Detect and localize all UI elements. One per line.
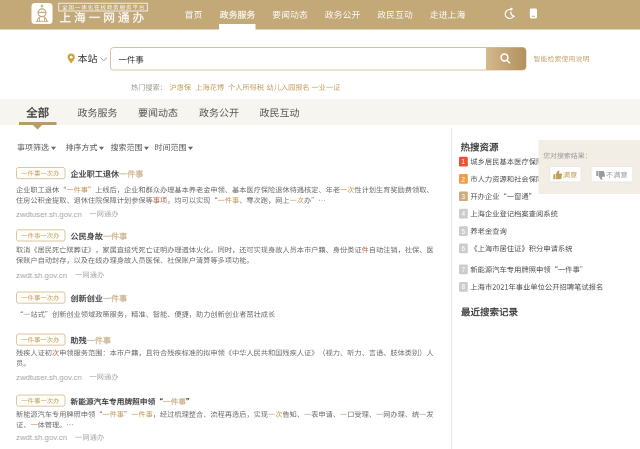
svg-text:1: 1	[462, 158, 466, 165]
svg-text:7: 7	[462, 266, 466, 273]
svg-text:4: 4	[462, 210, 466, 217]
svg-text:zwdt.sh.gov.cn: zwdt.sh.gov.cn	[16, 271, 67, 280]
svg-text:zwdtuser.sh.gov.cn: zwdtuser.sh.gov.cn	[16, 373, 82, 382]
svg-text:6: 6	[462, 245, 466, 252]
svg-text:8: 8	[462, 283, 466, 290]
svg-text:zwdt.sh.gov.cn: zwdt.sh.gov.cn	[16, 433, 67, 442]
svg-text:zwdtuser.sh.gov.cn: zwdtuser.sh.gov.cn	[16, 210, 82, 219]
svg-text:2: 2	[462, 176, 466, 183]
svg-text:5: 5	[462, 228, 466, 235]
svg-text:3: 3	[462, 193, 466, 200]
